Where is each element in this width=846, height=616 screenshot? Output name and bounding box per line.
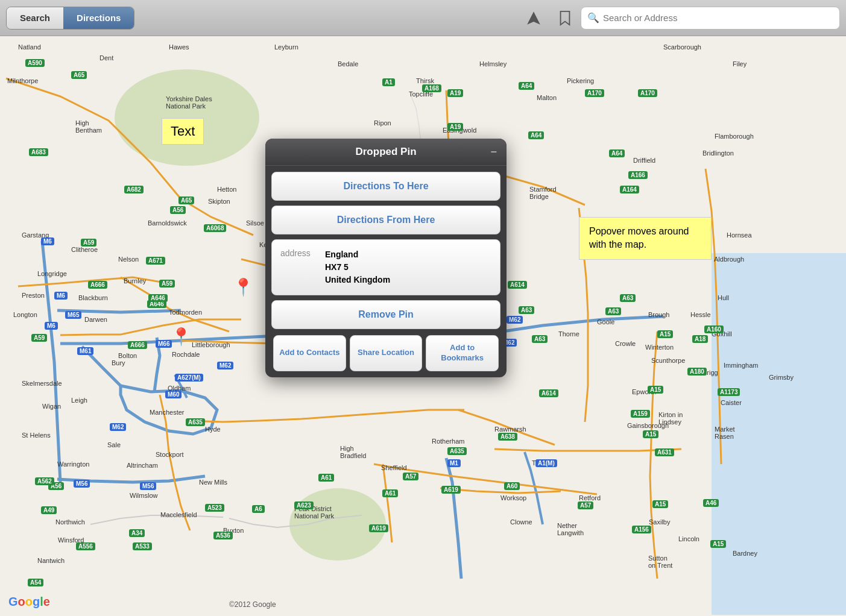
text-annotation-box: Text [162,118,204,145]
remove-pin-btn[interactable]: Remove Pin [271,300,500,329]
search-tab[interactable]: Search [7,7,63,29]
search-box[interactable]: 🔍 [581,7,840,30]
search-input[interactable] [603,13,833,23]
add-contacts-btn[interactable]: Add to Contacts [273,335,346,371]
bookmarks-icon[interactable] [555,8,575,28]
topbar: Search Directions 🔍 [0,0,846,36]
svg-point-1 [115,69,259,166]
dropped-pin-popover: Dropped Pin − Directions To Here Directi… [265,139,507,377]
popover-minus[interactable]: − [490,146,497,159]
directions-from-btn[interactable]: Directions From Here [271,206,500,234]
copyright-text: ©2012 Google [229,600,276,609]
segment-control: Search Directions [6,7,134,30]
popover-footer: Add to Contacts Share Location Add to Bo… [265,335,507,377]
red-pin[interactable]: 📍 [171,327,192,347]
google-logo: Google [8,595,50,609]
svg-rect-0 [712,253,846,615]
address-value: England HX7 5 United Kingdom [325,248,390,286]
search-icon: 🔍 [587,12,599,24]
address-label: address [280,248,317,258]
directions-to-btn[interactable]: Directions To Here [271,172,500,201]
topbar-icons [524,8,575,28]
address-row: address England HX7 5 United Kingdom [271,239,500,295]
directions-tab[interactable]: Directions [63,7,134,29]
location-arrow-icon[interactable] [524,8,543,28]
popover-annotation-box: Popover moves around with the map. [579,217,712,260]
popover-header: Dropped Pin − [265,139,507,166]
purple-pin[interactable]: 📍 [233,277,254,297]
share-location-btn[interactable]: Share Location [350,335,423,371]
add-bookmarks-btn[interactable]: Add to Bookmarks [426,335,499,371]
popover-body: Directions To Here Directions From Here … [265,166,507,335]
